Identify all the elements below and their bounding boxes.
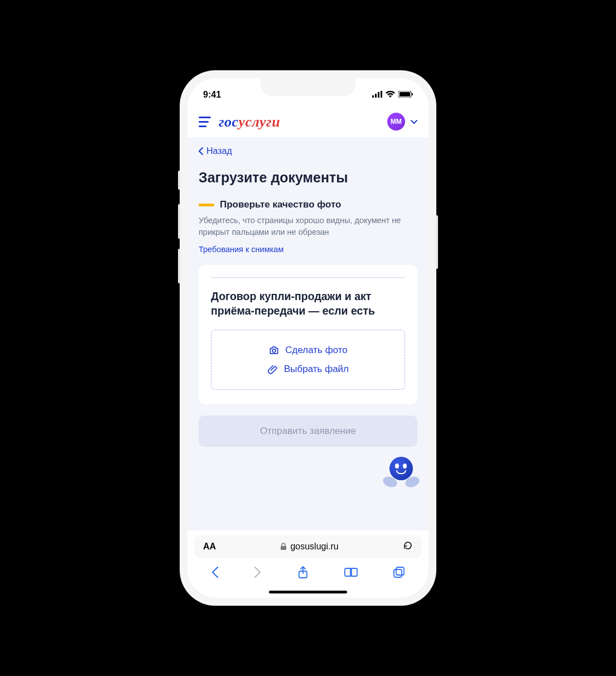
choose-file-button[interactable]: Выбрать файл: [267, 364, 349, 375]
volume-up-button: [178, 204, 180, 239]
take-photo-button[interactable]: Сделать фото: [268, 345, 348, 356]
assistant-robot-icon[interactable]: [384, 456, 418, 490]
cellular-icon: [372, 90, 382, 100]
avatar[interactable]: ММ: [387, 113, 405, 131]
url-domain: gosuslugi.ru: [290, 542, 338, 552]
submit-button[interactable]: Отправить заявление: [199, 416, 417, 447]
volume-down-button: [178, 249, 180, 283]
upload-card-title: Договор купли-продажи и акт приёма-перед…: [211, 289, 405, 318]
back-label: Назад: [206, 146, 232, 156]
text-size-button[interactable]: AA: [203, 542, 216, 552]
reload-icon[interactable]: [403, 540, 413, 553]
svg-point-7: [272, 349, 276, 353]
battery-icon: [398, 90, 413, 100]
paperclip-icon: [267, 364, 278, 375]
status-time: 9:41: [203, 90, 221, 100]
address-bar[interactable]: AA gosuslugi.ru: [194, 535, 422, 558]
camera-icon: [268, 345, 280, 356]
svg-rect-0: [372, 95, 374, 98]
browser-back-icon[interactable]: [211, 566, 219, 581]
bookmarks-icon[interactable]: [344, 567, 358, 580]
svg-rect-3: [381, 91, 382, 98]
logo-part2: услуги: [238, 114, 280, 130]
chevron-down-icon[interactable]: [411, 117, 417, 126]
svg-rect-5: [400, 92, 410, 96]
home-indicator[interactable]: [269, 591, 347, 593]
warning-header: Проверьте качество фото: [199, 199, 417, 210]
svg-rect-11: [396, 567, 404, 575]
warning-text: Убедитесь, что страницы хорошо видны, до…: [199, 215, 417, 238]
power-button: [436, 215, 438, 269]
requirements-link[interactable]: Требования к снимкам: [199, 245, 417, 254]
card-divider: [211, 277, 405, 278]
choose-file-label: Выбрать файл: [284, 364, 349, 375]
tabs-icon[interactable]: [393, 566, 405, 581]
svg-rect-2: [378, 92, 379, 98]
wifi-icon: [386, 90, 395, 100]
browser-forward-icon[interactable]: [254, 566, 262, 581]
warning-title: Проверьте качество фото: [220, 199, 341, 210]
back-link[interactable]: Назад: [199, 146, 417, 156]
notch: [261, 78, 355, 96]
chevron-left-icon: [199, 147, 203, 155]
app-header: госуслуги ММ: [187, 105, 429, 137]
browser-toolbar: [187, 558, 429, 588]
share-icon[interactable]: [297, 566, 309, 581]
svg-rect-6: [412, 93, 413, 95]
lock-icon: [280, 543, 287, 551]
browser-chrome: AA gosuslugi.ru: [187, 530, 429, 598]
upload-dropzone[interactable]: Сделать фото Выбрать файл: [211, 330, 405, 390]
side-button: [178, 171, 180, 190]
menu-icon[interactable]: [199, 117, 211, 127]
phone-frame: 9:41 госуслуги: [180, 70, 436, 606]
upload-card: Договор купли-продажи и акт приёма-перед…: [199, 265, 417, 404]
warning-marker: [199, 204, 214, 206]
page-title: Загрузите документы: [199, 170, 417, 186]
logo-part1: гос: [219, 114, 238, 130]
svg-rect-10: [394, 569, 402, 577]
logo[interactable]: госуслуги: [219, 113, 280, 131]
content-area: Назад Загрузите документы Проверьте каче…: [187, 137, 429, 530]
svg-rect-8: [281, 546, 286, 550]
svg-rect-1: [375, 94, 377, 98]
take-photo-label: Сделать фото: [285, 345, 348, 356]
